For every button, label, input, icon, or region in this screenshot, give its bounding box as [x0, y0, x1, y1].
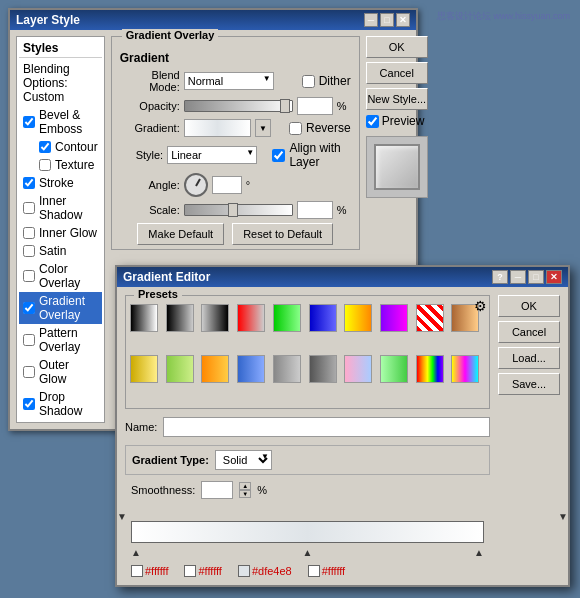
- ge-opacity-stops: [131, 507, 484, 521]
- scale-slider-thumb[interactable]: [228, 203, 238, 217]
- style-stroke[interactable]: Stroke: [19, 174, 102, 192]
- preview-checkbox[interactable]: [366, 115, 379, 128]
- color-stop-2[interactable]: [474, 545, 484, 557]
- ge-save-button[interactable]: Save...: [498, 373, 560, 395]
- gradient-overlay-checkbox[interactable]: [23, 302, 35, 314]
- blend-mode-dropdown[interactable]: Normal: [184, 72, 274, 90]
- preview-inner: [374, 144, 420, 190]
- ge-load-button[interactable]: Load...: [498, 347, 560, 369]
- ge-cancel-button[interactable]: Cancel: [498, 321, 560, 343]
- style-outer-glow[interactable]: Outer Glow: [19, 356, 102, 388]
- style-inner-shadow[interactable]: Inner Shadow: [19, 192, 102, 224]
- ge-maximize-icon[interactable]: □: [528, 270, 544, 284]
- ge-name-input[interactable]: Custom: [163, 417, 490, 437]
- style-pattern-overlay[interactable]: Pattern Overlay: [19, 324, 102, 356]
- layer-style-title: Layer Style: [16, 13, 80, 27]
- bevel-emboss-checkbox[interactable]: [23, 116, 35, 128]
- opacity-stop-left[interactable]: [117, 509, 127, 521]
- reverse-checkbox[interactable]: [289, 122, 302, 135]
- presets-label: Presets: [134, 288, 182, 300]
- maximize-button[interactable]: □: [380, 13, 394, 27]
- style-inner-glow[interactable]: Inner Glow: [19, 224, 102, 242]
- style-color-overlay[interactable]: Color Overlay: [19, 260, 102, 292]
- preset-gold[interactable]: [130, 355, 158, 383]
- preset-transparent-fg[interactable]: [201, 304, 229, 332]
- ge-smooth-input[interactable]: 100: [201, 481, 233, 499]
- preset-rainbow2[interactable]: [451, 355, 479, 383]
- preset-fg-transparent[interactable]: [166, 304, 194, 332]
- drop-shadow-checkbox[interactable]: [23, 398, 35, 410]
- scale-input[interactable]: 63: [297, 201, 333, 219]
- ge-smooth-spinner[interactable]: ▲ ▼: [239, 482, 251, 498]
- ok-button[interactable]: OK: [366, 36, 428, 58]
- angle-knob[interactable]: [184, 173, 208, 197]
- align-layer-checkbox[interactable]: [272, 149, 285, 162]
- reset-to-default-button[interactable]: Reset to Default: [232, 223, 333, 245]
- preset-gray1[interactable]: [273, 355, 301, 383]
- preset-blue[interactable]: [309, 304, 337, 332]
- pattern-overlay-checkbox[interactable]: [23, 334, 35, 346]
- inner-glow-checkbox[interactable]: [23, 227, 35, 239]
- gradient-overlay-label: Gradient Overlay: [39, 294, 98, 322]
- gradient-row: Gradient: ▼ Reverse: [120, 119, 351, 137]
- angle-input[interactable]: 120: [212, 176, 242, 194]
- style-bevel-emboss[interactable]: Bevel & Emboss: [19, 106, 102, 138]
- stroke-checkbox[interactable]: [23, 177, 35, 189]
- gradient-preview[interactable]: [184, 119, 251, 137]
- preset-rainbow[interactable]: [416, 355, 444, 383]
- blend-mode-row: Blend Mode: Normal Dither: [120, 69, 351, 93]
- satin-checkbox[interactable]: [23, 245, 35, 257]
- scale-slider[interactable]: [184, 204, 293, 216]
- style-drop-shadow[interactable]: Drop Shadow: [19, 388, 102, 420]
- preset-orange[interactable]: [201, 355, 229, 383]
- preset-black-white[interactable]: [130, 304, 158, 332]
- style-texture[interactable]: Texture: [19, 156, 102, 174]
- preview-label: Preview: [382, 114, 425, 128]
- preset-blue-grad[interactable]: [237, 355, 265, 383]
- preset-red-transparent[interactable]: [237, 304, 265, 332]
- color-overlay-checkbox[interactable]: [23, 270, 35, 282]
- style-dropdown[interactable]: Linear: [167, 146, 257, 164]
- opacity-slider-thumb[interactable]: [280, 99, 290, 113]
- smooth-spinner-down[interactable]: ▼: [239, 490, 251, 498]
- style-contour[interactable]: Contour: [19, 138, 102, 156]
- inner-glow-label: Inner Glow: [39, 226, 97, 240]
- opacity-stop-right[interactable]: [558, 509, 568, 521]
- gradient-dropdown-button[interactable]: ▼: [255, 119, 271, 137]
- dither-checkbox[interactable]: [302, 75, 315, 88]
- preset-yellow-orange[interactable]: [344, 304, 372, 332]
- close-button[interactable]: ✕: [396, 13, 410, 27]
- color-stop-1[interactable]: [303, 545, 313, 557]
- preset-green[interactable]: [273, 304, 301, 332]
- preset-green-grad[interactable]: [166, 355, 194, 383]
- preset-light-green[interactable]: [380, 355, 408, 383]
- outer-glow-checkbox[interactable]: [23, 366, 35, 378]
- opacity-input[interactable]: 100: [297, 97, 333, 115]
- ge-close-icon[interactable]: ✕: [546, 270, 562, 284]
- preset-purple[interactable]: [380, 304, 408, 332]
- make-default-button[interactable]: Make Default: [137, 223, 224, 245]
- smooth-spinner-up[interactable]: ▲: [239, 482, 251, 490]
- ge-type-row: Gradient Type: Solid Noise: [125, 445, 490, 475]
- contour-checkbox[interactable]: [39, 141, 51, 153]
- ge-ok-button[interactable]: OK: [498, 295, 560, 317]
- new-style-button[interactable]: New Style...: [366, 88, 428, 110]
- color-stop-0[interactable]: [131, 545, 141, 557]
- preset-red-stripes[interactable]: [416, 304, 444, 332]
- opacity-slider[interactable]: [184, 100, 293, 112]
- ge-name-row: Name: Custom: [125, 417, 490, 437]
- cancel-button[interactable]: Cancel: [366, 62, 428, 84]
- ge-minimize-icon[interactable]: ─: [510, 270, 526, 284]
- ge-help-icon[interactable]: ?: [492, 270, 508, 284]
- ge-gradient-bar[interactable]: [131, 521, 484, 543]
- presets-settings-icon[interactable]: ⚙: [474, 298, 487, 314]
- preset-pastel[interactable]: [344, 355, 372, 383]
- inner-shadow-checkbox[interactable]: [23, 202, 35, 214]
- style-gradient-overlay[interactable]: Gradient Overlay: [19, 292, 102, 324]
- style-satin[interactable]: Satin: [19, 242, 102, 260]
- style-blending-options[interactable]: Blending Options: Custom: [19, 60, 102, 106]
- preset-gray2[interactable]: [309, 355, 337, 383]
- minimize-button[interactable]: ─: [364, 13, 378, 27]
- texture-checkbox[interactable]: [39, 159, 51, 171]
- ge-type-dropdown[interactable]: Solid Noise: [215, 450, 272, 470]
